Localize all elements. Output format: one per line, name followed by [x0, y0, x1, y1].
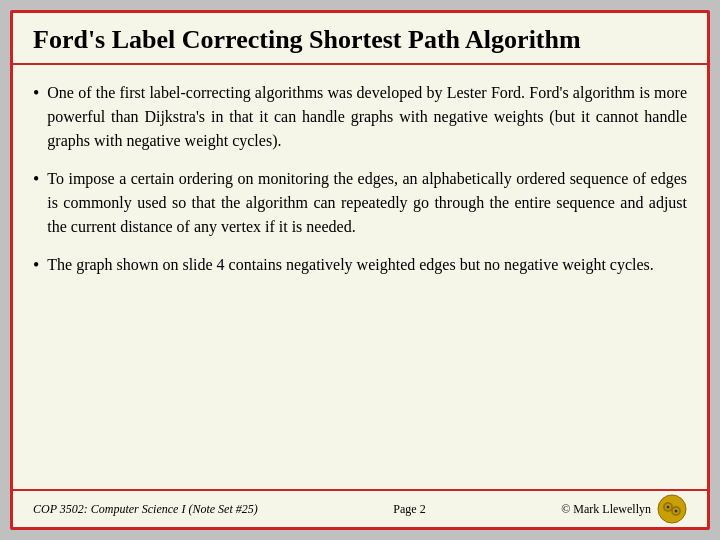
bullet-text-3: The graph shown on slide 4 contains nega… [47, 253, 654, 277]
footer-left-text: COP 3502: Computer Science I (Note Set #… [33, 502, 258, 517]
bullet-item-3: • The graph shown on slide 4 contains ne… [33, 253, 687, 278]
footer-right-area: © Mark Llewellyn [561, 494, 687, 524]
bullet-item-1: • One of the first label-correcting algo… [33, 81, 687, 153]
logo-icon [657, 494, 687, 524]
bullet-dot-1: • [33, 81, 39, 106]
slide-container: Ford's Label Correcting Shortest Path Al… [10, 10, 710, 530]
footer-copyright-text: © Mark Llewellyn [561, 502, 651, 517]
bullet-dot-2: • [33, 167, 39, 192]
bullet-item-2: • To impose a certain ordering on monito… [33, 167, 687, 239]
bullet-dot-3: • [33, 253, 39, 278]
svg-point-6 [674, 510, 677, 513]
slide-footer: COP 3502: Computer Science I (Note Set #… [13, 489, 707, 527]
slide-title: Ford's Label Correcting Shortest Path Al… [33, 25, 687, 55]
svg-point-5 [666, 506, 669, 509]
slide-body: • One of the first label-correcting algo… [13, 65, 707, 489]
bullet-text-1: One of the first label-correcting algori… [47, 81, 687, 153]
footer-page-number: Page 2 [393, 502, 425, 517]
bullet-text-2: To impose a certain ordering on monitori… [47, 167, 687, 239]
slide-header: Ford's Label Correcting Shortest Path Al… [13, 13, 707, 65]
